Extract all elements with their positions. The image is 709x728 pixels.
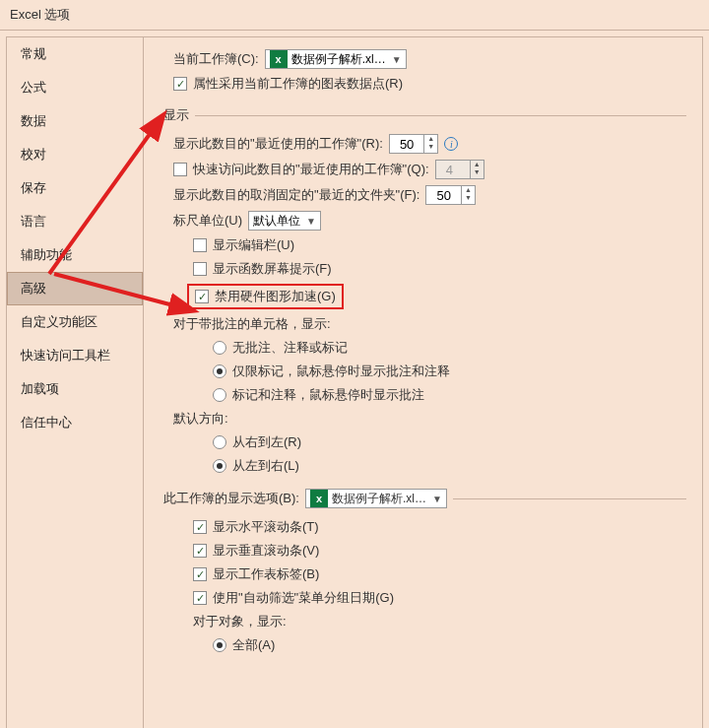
chevron-down-icon: ▼: [432, 494, 442, 504]
sidebar-item-language[interactable]: 语言: [7, 205, 143, 238]
section-workbook-combo[interactable]: 数据例子解析.xl… ▼: [305, 489, 447, 508]
recent-wb-spinner[interactable]: 50 ▲▼: [389, 134, 438, 154]
ruler-label: 标尺单位(U): [173, 212, 242, 230]
section-divider: [195, 115, 686, 116]
sidebar-item-addins[interactable]: 加载项: [7, 372, 143, 406]
chevron-down-icon: ▼: [306, 216, 316, 227]
sidebar-item-quick-access[interactable]: 快速访问工具栏: [7, 339, 143, 372]
comments-radio2-row: 仅限标记，鼠标悬停时显示批注和注释: [213, 363, 686, 380]
ruler-value: 默认单位: [253, 213, 300, 230]
current-workbook-combo[interactable]: 数据例子解析.xl… ▼: [265, 49, 407, 69]
vscroll-row: ✓ 显示垂直滚动条(V): [193, 542, 686, 560]
show-formula-bar-label: 显示编辑栏(U): [213, 236, 294, 254]
props-follow-row: ✓ 属性采用当前工作簿的图表数据点(R): [173, 75, 686, 93]
comments-radio3-row: 标记和注释，鼠标悬停时显示批注: [213, 386, 686, 404]
section-workbook-head: 此工作簿的显示选项(B): 数据例子解析.xl… ▼: [163, 489, 686, 508]
obj-all-label: 全部(A): [232, 636, 275, 654]
show-fn-tips-row: 显示函数屏幕提示(F): [193, 260, 686, 278]
recent-wb-value: 50: [390, 135, 423, 153]
recent-folders-label: 显示此数目的取消固定的"最近的文件夹"(F):: [173, 186, 419, 204]
direction-ltr-label: 从左到右(L): [232, 457, 299, 475]
direction-ltr-row: 从左到右(L): [213, 457, 686, 475]
section-divider: [453, 498, 686, 499]
excel-icon: [270, 50, 288, 68]
comments-radio1-row: 无批注、注释或标记: [213, 339, 686, 357]
quick-access-row: 快速访问此数目的"最近使用的工作簿"(Q): 4 ▲▼: [173, 160, 686, 179]
quick-access-spinner: 4 ▲▼: [435, 160, 484, 179]
direction-rtl-label: 从右到左(R): [232, 433, 301, 451]
hscroll-row: ✓ 显示水平滚动条(T): [193, 518, 686, 536]
sidebar-item-data[interactable]: 数据: [7, 104, 143, 138]
obj-all-row: 全部(A): [213, 636, 686, 654]
sidebar: 常规 公式 数据 校对 保存 语言 辅助功能 高级 自定义功能区 快速访问工具栏…: [6, 36, 144, 728]
direction-head-row: 默认方向:: [173, 410, 686, 428]
tabs-checkbox[interactable]: ✓: [193, 567, 207, 581]
excel-icon: [310, 490, 328, 507]
hscroll-label: 显示水平滚动条(T): [213, 518, 319, 536]
comments-radio-full-label: 标记和注释，鼠标悬停时显示批注: [232, 386, 424, 404]
objects-head-row: 对于对象，显示:: [193, 613, 686, 630]
show-fn-tips-checkbox[interactable]: [193, 262, 207, 276]
props-follow-checkbox[interactable]: ✓: [173, 77, 187, 91]
sidebar-item-trust-center[interactable]: 信任中心: [7, 406, 143, 439]
vscroll-checkbox[interactable]: ✓: [193, 544, 207, 558]
sidebar-item-accessibility[interactable]: 辅助功能: [7, 238, 143, 272]
sidebar-item-formulas[interactable]: 公式: [7, 71, 143, 104]
sidebar-item-general[interactable]: 常规: [7, 37, 143, 71]
show-formula-bar-checkbox[interactable]: [193, 238, 207, 252]
comments-radio-none-label: 无批注、注释或标记: [232, 339, 348, 357]
obj-all-radio[interactable]: [213, 638, 226, 652]
section-workbook-value: 数据例子解析.xl…: [332, 491, 426, 507]
tabs-row: ✓ 显示工作表标签(B): [193, 565, 686, 583]
sidebar-item-proofing[interactable]: 校对: [7, 138, 143, 171]
vscroll-label: 显示垂直滚动条(V): [213, 542, 319, 560]
quick-access-checkbox[interactable]: [173, 163, 187, 176]
sidebar-item-advanced[interactable]: 高级: [7, 272, 143, 305]
disable-hw-accel-label: 禁用硬件图形加速(G): [215, 288, 336, 305]
ruler-combo[interactable]: 默认单位 ▼: [248, 211, 321, 231]
direction-rtl-radio[interactable]: [213, 435, 226, 449]
spinner-buttons[interactable]: ▲▼: [423, 135, 437, 153]
objects-head-label: 对于对象，显示:: [193, 613, 287, 630]
comments-head-row: 对于带批注的单元格，显示:: [173, 315, 686, 333]
comments-radio-full[interactable]: [213, 388, 226, 402]
tabs-label: 显示工作表标签(B): [213, 565, 319, 583]
disable-hw-accel-checkbox[interactable]: ✓: [195, 290, 209, 303]
main-panel: 当前工作簿(C): 数据例子解析.xl… ▼ ✓ 属性采用当前工作簿的图表数据点…: [144, 36, 703, 728]
autofilter-label: 使用"自动筛选"菜单分组日期(G): [213, 589, 394, 607]
current-workbook-value: 数据例子解析.xl…: [291, 51, 386, 68]
current-workbook-row: 当前工作簿(C): 数据例子解析.xl… ▼: [173, 49, 686, 69]
recent-folders-spinner[interactable]: 50 ▲▼: [425, 185, 475, 205]
recent-folders-row: 显示此数目的取消固定的"最近的文件夹"(F): 50 ▲▼: [173, 185, 686, 205]
section-display-head: 显示: [163, 106, 686, 124]
recent-wb-row: 显示此数目的"最近使用的工作簿"(R): 50 ▲▼: [173, 134, 686, 154]
disable-hw-accel-row: ✓ 禁用硬件图形加速(G): [187, 284, 686, 309]
autofilter-row: ✓ 使用"自动筛选"菜单分组日期(G): [193, 589, 686, 607]
comments-head-label: 对于带批注的单元格，显示:: [173, 315, 331, 333]
section-workbook-title: 此工作簿的显示选项(B):: [163, 490, 299, 507]
sidebar-item-save[interactable]: 保存: [7, 171, 143, 205]
spinner-buttons: ▲▼: [470, 161, 483, 178]
autofilter-checkbox[interactable]: ✓: [193, 591, 207, 605]
spinner-buttons[interactable]: ▲▼: [461, 186, 475, 204]
direction-rtl-row: 从右到左(R): [213, 433, 686, 451]
ruler-row: 标尺单位(U) 默认单位 ▼: [173, 211, 686, 231]
info-icon[interactable]: [444, 137, 458, 151]
quick-access-value: 4: [436, 161, 470, 178]
quick-access-label: 快速访问此数目的"最近使用的工作簿"(Q):: [193, 161, 429, 178]
recent-folders-value: 50: [426, 186, 460, 204]
chevron-down-icon: ▼: [392, 54, 402, 65]
comments-radio-indicator-label: 仅限标记，鼠标悬停时显示批注和注释: [232, 363, 450, 380]
comments-radio-indicator[interactable]: [213, 364, 226, 378]
current-workbook-label: 当前工作簿(C):: [173, 50, 259, 68]
dialog-title: Excel 选项: [0, 0, 709, 31]
comments-radio-none[interactable]: [213, 341, 226, 355]
direction-ltr-radio[interactable]: [213, 459, 226, 473]
recent-wb-label: 显示此数目的"最近使用的工作簿"(R):: [173, 135, 383, 153]
show-formula-bar-row: 显示编辑栏(U): [193, 236, 686, 254]
hscroll-checkbox[interactable]: ✓: [193, 520, 207, 534]
direction-head-label: 默认方向:: [173, 410, 228, 428]
props-follow-label: 属性采用当前工作簿的图表数据点(R): [193, 75, 403, 93]
sidebar-item-customize-ribbon[interactable]: 自定义功能区: [7, 305, 143, 339]
section-display-title: 显示: [163, 106, 189, 124]
